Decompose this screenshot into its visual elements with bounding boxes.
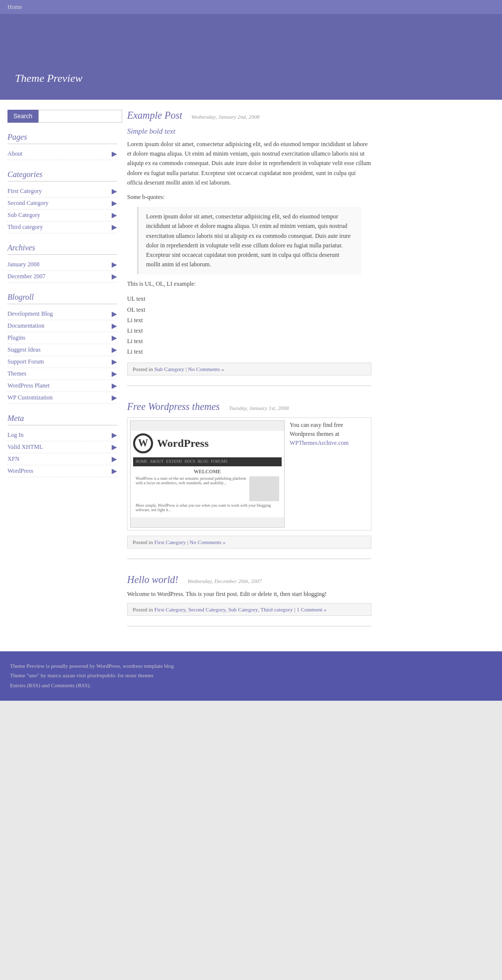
list-item: UL text [127, 294, 371, 304]
blogroll-wpcustomize-link[interactable]: WP Customization [7, 394, 53, 401]
wp-nav-item: ABOUT [150, 459, 164, 464]
category-first-link[interactable]: First Category [7, 188, 42, 195]
blogroll-devblog-link[interactable]: Development Blog [7, 310, 53, 318]
list-item: Valid XHTML ▶ [7, 441, 117, 453]
meta-comments-link[interactable]: No Comments » [189, 539, 225, 545]
wp-nav-bar: HOME ABOUT EXTEND DOCS BLOG FORUMS [133, 457, 282, 466]
meta-posted-label: Posted in [133, 366, 153, 372]
meta-xhtml-link[interactable]: Valid XHTML [7, 443, 43, 451]
search-input[interactable] [38, 110, 122, 123]
list-item: Li text [127, 315, 371, 326]
list-item: Li text [127, 326, 371, 336]
wp-logo-circle: W [133, 433, 153, 453]
arrow-icon: ▶ [112, 211, 117, 219]
post-meta: Posted in First Category, Second Categor… [127, 603, 371, 616]
list-item: Themes ▶ [7, 368, 117, 380]
list-item: WordPress Planet ▶ [7, 380, 117, 392]
footer-line1: Theme Preview is proudly powered by Word… [10, 661, 492, 671]
post-meta: Posted in First Category | No Comments » [127, 536, 371, 549]
post-blockquote: Lorem ipsum dolor sit amet, consectetur … [137, 207, 361, 274]
wp-description: You can easy find free Wordpress themes … [290, 420, 368, 438]
wp-nav-item: DOCS [184, 459, 195, 464]
list-item: Log In ▶ [7, 429, 117, 441]
category-sub-link[interactable]: Sub Category [7, 211, 40, 219]
post-body-text: Lorem ipsum dolor sit amet, consectetur … [127, 140, 371, 188]
list-item: XFN ▶ [7, 453, 117, 465]
post-hello-world: Hello world! Wednesday, December 26th, 2… [127, 574, 371, 626]
blogroll-plugins-link[interactable]: Plugins [7, 334, 25, 342]
arrow-icon: ▶ [112, 382, 117, 390]
search-button[interactable]: Search [7, 110, 38, 123]
list-item: Li text [127, 347, 371, 357]
arrow-icon: ▶ [112, 443, 117, 451]
meta-category-link[interactable]: First Category [154, 539, 185, 545]
wp-content-area: WELCOME WordPress is a state-of-the-art … [133, 466, 282, 515]
meta-wordpress-link[interactable]: WordPress [7, 467, 33, 475]
wp-screenshot-image: W WordPress HOME ABOUT EXTEND DOCS BLOG … [130, 420, 285, 528]
wp-logo-text: WordPress [157, 437, 208, 450]
nav-home-link[interactable]: Home [7, 3, 22, 11]
page-about-link[interactable]: About [7, 150, 22, 158]
list-item: Li text [127, 336, 371, 347]
wp-nav-item: BLOG [197, 459, 208, 464]
blogroll-themes-link[interactable]: Themes [7, 370, 26, 378]
footer-line3: Entries (RSS) and Comments (RSS). [10, 681, 492, 691]
blogroll-support-link[interactable]: Support Forum [7, 358, 44, 366]
search-widget: Search [7, 110, 117, 123]
blogroll-wpplanet-link[interactable]: WordPress Planet [7, 382, 50, 390]
arrow-icon: ▶ [112, 370, 117, 378]
arrow-icon: ▶ [112, 431, 117, 439]
category-third-link[interactable]: Third category [7, 223, 43, 231]
post-meta: Posted in Sub Category | No Comments » [127, 363, 371, 376]
post-body-text: Welcome to WordPress. This is your first… [127, 590, 371, 598]
arrow-icon: ▶ [112, 358, 117, 366]
list-item: Suggest Ideas ▶ [7, 344, 117, 356]
meta-categories-link[interactable]: First Category, Second Category, Sub Cat… [154, 606, 293, 612]
arrow-icon: ▶ [112, 260, 117, 269]
wp-screenshot-text: You can easy find free Wordpress themes … [290, 420, 368, 528]
list-item: About ▶ [7, 148, 117, 160]
archive-dec2007-link[interactable]: December 2007 [7, 273, 45, 280]
list-item: WP Customization ▶ [7, 392, 117, 404]
category-second-link[interactable]: Second Category [7, 199, 48, 207]
meta-heading: Meta [7, 414, 117, 425]
archives-section: Archives January 2008 ▶ December 2007 ▶ [7, 243, 117, 283]
list-item: Documentation ▶ [7, 320, 117, 332]
categories-section: Categories First Category ▶ Second Categ… [7, 170, 117, 233]
wp-archive-link[interactable]: WPThemesArchive.com [290, 439, 348, 446]
list-item: Sub Category ▶ [7, 209, 117, 221]
footer-line2: Theme "uno" by marco azzan visit pixelre… [10, 671, 492, 681]
wp-nav-item: FORUMS [211, 459, 227, 464]
list-item: January 2008 ▶ [7, 259, 117, 271]
arrow-icon: ▶ [112, 346, 117, 354]
arrow-icon: ▶ [112, 393, 117, 402]
post-date: Tuesday, January 1st, 2008 [229, 405, 289, 411]
list-item: Development Blog ▶ [7, 308, 117, 320]
main-content: Example Post Wednesday, January 2nd, 200… [127, 110, 371, 641]
archive-jan2008-link[interactable]: January 2008 [7, 261, 39, 268]
arrow-icon: ▶ [112, 223, 117, 231]
arrow-icon: ▶ [112, 199, 117, 207]
meta-category-link[interactable]: Sub Category [154, 366, 184, 372]
post-title: Example Post [127, 110, 182, 121]
meta-section: Meta Log In ▶ Valid XHTML ▶ XFN ▶ WordPr… [7, 414, 117, 477]
meta-xfn-link[interactable]: XFN [7, 455, 19, 463]
site-header: Home Theme Preview [0, 0, 502, 100]
list-item: OL text [127, 305, 371, 315]
post-subtitle: Simple bold text [127, 127, 371, 136]
arrow-icon: ▶ [112, 334, 117, 342]
post-date: Wednesday, January 2nd, 2008 [191, 114, 260, 120]
post-title: Free Wordpress themes [127, 401, 220, 412]
list-item: Plugins ▶ [7, 332, 117, 344]
arrow-icon: ▶ [112, 455, 117, 463]
list-item: December 2007 ▶ [7, 271, 117, 283]
meta-comments-link[interactable]: 1 Comment » [297, 606, 327, 612]
arrow-icon: ▶ [112, 310, 117, 318]
blogroll-suggest-link[interactable]: Suggest Ideas [7, 346, 40, 354]
blogroll-docs-link[interactable]: Documentation [7, 322, 44, 330]
arrow-icon: ▶ [112, 467, 117, 475]
meta-login-link[interactable]: Log In [7, 431, 23, 439]
meta-comments-link[interactable]: No Comments » [188, 366, 224, 372]
main-nav: Home [0, 0, 502, 14]
arrow-icon: ▶ [112, 150, 117, 158]
